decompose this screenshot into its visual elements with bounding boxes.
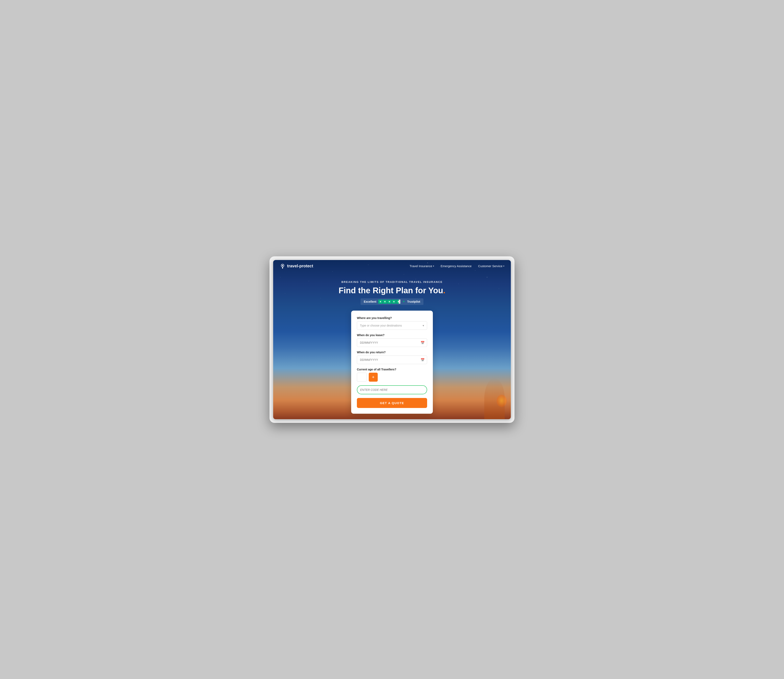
trustpilot-logo-icon: ✦ — [402, 300, 405, 304]
age-label: Current age of all Travellers? — [357, 368, 427, 371]
nav-links: Travel Insurance ▾ Emergency Assistance … — [409, 264, 504, 268]
title-dot: . — [443, 286, 445, 295]
calendar-icon-leave: 📅 — [420, 341, 425, 344]
navbar: travel-protect Travel Insurance ▾ Emerge… — [273, 260, 511, 272]
star-4: ★ — [392, 300, 396, 304]
trustpilot-stars: ★ ★ ★ ★ ★ — [378, 300, 400, 304]
leave-date-group: When do you leave? 📅 — [357, 333, 427, 347]
nav-travel-insurance[interactable]: Travel Insurance ▾ — [409, 264, 434, 268]
nav-emergency-assistance[interactable]: Emergency Assistance — [441, 264, 472, 268]
trustpilot-row: Excellent ★ ★ ★ ★ ★ ✦ Trustpilot — [361, 298, 423, 305]
age-row: + — [357, 373, 427, 382]
form-card: Where are you travelling? Type or choose… — [351, 311, 433, 414]
leave-date-label: When do you leave? — [357, 333, 427, 337]
star-5-half: ★ — [396, 300, 400, 304]
return-date-label: When do you return? — [357, 350, 427, 354]
leave-date-input[interactable] — [357, 338, 427, 347]
nav-customer-service[interactable]: Customer Service ▾ — [478, 264, 504, 268]
return-date-input[interactable] — [357, 355, 427, 364]
get-quote-button[interactable]: GET A QUOTE — [357, 398, 427, 408]
add-traveller-button[interactable]: + — [369, 373, 378, 382]
hero-section: travel-protect Travel Insurance ▾ Emerge… — [273, 260, 511, 419]
browser-window: travel-protect Travel Insurance ▾ Emerge… — [273, 260, 511, 419]
star-1: ★ — [378, 300, 383, 304]
trustpilot-label: Excellent — [364, 300, 376, 303]
chevron-down-icon-destination: ▾ — [423, 324, 424, 327]
device-frame: travel-protect Travel Insurance ▾ Emerge… — [270, 257, 514, 423]
chevron-down-icon-2: ▾ — [503, 265, 504, 267]
svg-point-1 — [282, 265, 283, 266]
chevron-down-icon: ▾ — [433, 265, 434, 267]
logo[interactable]: travel-protect — [280, 263, 313, 269]
leave-date-wrapper: 📅 — [357, 338, 427, 347]
calendar-icon-return: 📅 — [420, 358, 425, 361]
destination-dropdown[interactable]: Type or choose your destinations ▾ — [357, 321, 427, 330]
promo-code-input[interactable] — [357, 385, 427, 394]
logo-icon — [280, 263, 285, 269]
return-date-wrapper: 📅 — [357, 355, 427, 364]
hero-content: BREAKING THE LIMITS OF TRADITIONAL TRAVE… — [273, 272, 511, 418]
logo-text: travel-protect — [287, 264, 313, 268]
age-input[interactable] — [357, 373, 367, 382]
hero-subtitle: BREAKING THE LIMITS OF TRADITIONAL TRAVE… — [341, 280, 443, 283]
trustpilot-brand: Trustpilot — [407, 300, 420, 303]
age-group: Current age of all Travellers? + — [357, 368, 427, 382]
destination-label: Where are you travelling? — [357, 316, 427, 319]
destination-placeholder: Type or choose your destinations — [360, 324, 402, 327]
hero-title: Find the Right Plan for You. — [339, 286, 445, 295]
destination-group: Where are you travelling? Type or choose… — [357, 316, 427, 330]
return-date-group: When do you return? 📅 — [357, 350, 427, 364]
star-3: ★ — [387, 300, 391, 304]
promo-code-group — [357, 385, 427, 394]
star-2: ★ — [383, 300, 387, 304]
